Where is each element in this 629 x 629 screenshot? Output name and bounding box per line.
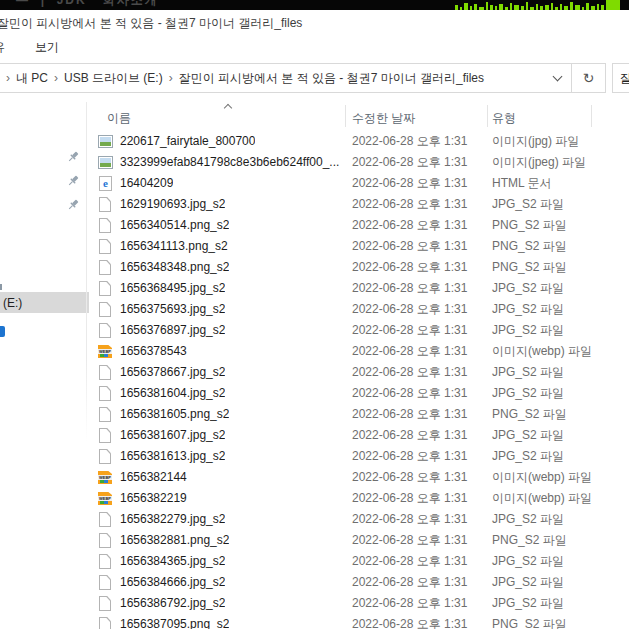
file-name: 1656387095.png_s2 [120, 614, 229, 629]
search-input[interactable]: 잘 [612, 63, 629, 93]
breadcrumb-item[interactable]: USB 드라이브 (E:) [64, 70, 163, 87]
breadcrumb-item[interactable]: 잘민이 피시방에서 본 적 있음 - 철권7 마이너 갤러리_files [179, 70, 484, 87]
clipped-background-text: — | JDK 회사소개 [16, 0, 159, 9]
file-rows: 220617_fairytale_8007002022-06-28 오후 1:3… [87, 131, 629, 629]
internet-explorer-icon: e [98, 176, 113, 191]
breadcrumb-item[interactable]: 내 PC [16, 70, 48, 87]
file-name: 1656368495.jpg_s2 [120, 278, 225, 299]
image-icon [98, 134, 113, 149]
table-row[interactable]: e164042092022-06-28 오후 1:31HTML 문서 [87, 173, 629, 194]
navigation-pane: (E:) [0, 98, 87, 629]
file-type: HTML 문서 [492, 173, 552, 194]
table-row[interactable]: 1656381607.jpg_s22022-06-28 오후 1:31JPG_S… [87, 425, 629, 446]
file-type: 이미지(jpeg) 파일 [492, 152, 586, 173]
file-list: 이름 수정한 날짜 유형 220617_fairytale_8007002022… [87, 98, 629, 629]
file-name: 1656386792.jpg_s2 [120, 593, 225, 614]
address-bar[interactable]: ›내 PC›USB 드라이브 (E:)›잘민이 피시방에서 본 적 있음 - 철… [0, 63, 606, 93]
table-row[interactable]: 1629190693.jpg_s22022-06-28 오후 1:31JPG_S… [87, 194, 629, 215]
file-date-modified: 2022-06-28 오후 1:31 [352, 383, 467, 404]
table-row[interactable]: 1656381604.jpg_s22022-06-28 오후 1:31JPG_S… [87, 383, 629, 404]
table-row[interactable]: 1656368495.jpg_s22022-06-28 오후 1:31JPG_S… [87, 278, 629, 299]
file-date-modified: 2022-06-28 오후 1:31 [352, 593, 467, 614]
column-header-date[interactable]: 수정한 날짜 [352, 110, 415, 127]
column-resize-handle[interactable] [591, 105, 592, 127]
table-row[interactable]: 1656382279.jpg_s22022-06-28 오후 1:31JPG_S… [87, 509, 629, 530]
table-row[interactable]: WEBP16563785432022-06-28 오후 1:31이미지(webp… [87, 341, 629, 362]
file-name: 1656384666.jpg_s2 [120, 572, 225, 593]
file-date-modified: 2022-06-28 오후 1:31 [352, 446, 467, 467]
file-date-modified: 2022-06-28 오후 1:31 [352, 194, 467, 215]
table-row[interactable]: WEBP16563822192022-06-28 오후 1:31이미지(webp… [87, 488, 629, 509]
file-name: 1656340514.png_s2 [120, 215, 229, 236]
clipped-tree-icon [0, 284, 2, 290]
table-row[interactable]: 1656341113.png_s22022-06-28 오후 1:31PNG_S… [87, 236, 629, 257]
tab-view[interactable]: 보기 [35, 39, 59, 56]
file-date-modified: 2022-06-28 오후 1:31 [352, 236, 467, 257]
table-row[interactable]: 1656376897.jpg_s22022-06-28 오후 1:31JPG_S… [87, 320, 629, 341]
file-name: 1656381604.jpg_s2 [120, 383, 225, 404]
file-type: JPG_S2 파일 [492, 551, 564, 572]
file-date-modified: 2022-06-28 오후 1:31 [352, 152, 467, 173]
file-name: 1656348348.png_s2 [120, 257, 229, 278]
file-name: 1656378543 [120, 341, 187, 362]
table-row[interactable]: 1656381613.jpg_s22022-06-28 오후 1:31JPG_S… [87, 446, 629, 467]
table-row[interactable]: 1656378667.jpg_s22022-06-28 오후 1:31JPG_S… [87, 362, 629, 383]
generic-file-icon [98, 617, 113, 629]
generic-file-icon [98, 533, 113, 548]
file-date-modified: 2022-06-28 오후 1:31 [352, 425, 467, 446]
table-row[interactable]: 1656381605.png_s22022-06-28 오후 1:31PNG_S… [87, 404, 629, 425]
table-row[interactable]: 1656382881.png_s22022-06-28 오후 1:31PNG_S… [87, 530, 629, 551]
column-header-name[interactable]: 이름 [107, 110, 131, 127]
file-type: JPG_S2 파일 [492, 572, 564, 593]
file-type: JPG_S2 파일 [492, 383, 564, 404]
column-resize-handle[interactable] [487, 105, 488, 127]
file-name: 1656382279.jpg_s2 [120, 509, 225, 530]
generic-file-icon [98, 323, 113, 338]
table-row[interactable]: 220617_fairytale_8007002022-06-28 오후 1:3… [87, 131, 629, 152]
file-date-modified: 2022-06-28 오후 1:31 [352, 404, 467, 425]
file-date-modified: 2022-06-28 오후 1:31 [352, 362, 467, 383]
table-row[interactable]: WEBP16563821442022-06-28 오후 1:31이미지(webp… [87, 467, 629, 488]
sidebar-item-drive-e[interactable]: (E:) [0, 292, 89, 313]
table-row[interactable]: 1656384666.jpg_s22022-06-28 오후 1:31JPG_S… [87, 572, 629, 593]
file-type: JPG_S2 파일 [492, 509, 564, 530]
table-row[interactable]: 1656340514.png_s22022-06-28 오후 1:31PNG_S… [87, 215, 629, 236]
window-title: 잘민이 피시방에서 본 적 있음 - 철권7 마이너 갤러리_files [0, 15, 302, 32]
file-name: 1656382219 [120, 488, 187, 509]
pin-icon [66, 198, 80, 212]
generic-file-icon [98, 239, 113, 254]
generic-file-icon [98, 197, 113, 212]
generic-file-icon [98, 302, 113, 317]
file-type: PNG_S2 파일 [492, 614, 567, 629]
file-type: JPG_S2 파일 [492, 278, 564, 299]
table-row[interactable]: 1656375693.jpg_s22022-06-28 오후 1:31JPG_S… [87, 299, 629, 320]
address-dropdown-button[interactable] [543, 64, 571, 92]
generic-file-icon [98, 554, 113, 569]
column-header-type[interactable]: 유형 [492, 110, 516, 127]
table-row[interactable]: 1656348348.png_s22022-06-28 오후 1:31PNG_S… [87, 257, 629, 278]
file-type: PNG_S2 파일 [492, 236, 567, 257]
breadcrumb-separator-icon: › [54, 71, 58, 85]
generic-file-icon [98, 260, 113, 275]
file-type: JPG_S2 파일 [492, 362, 564, 383]
navigation-toolbar: ›내 PC›USB 드라이브 (E:)›잘민이 피시방에서 본 적 있음 - 철… [0, 58, 629, 98]
table-row[interactable]: 1656387095.png_s22022-06-28 오후 1:31PNG_S… [87, 614, 629, 629]
sort-ascending-icon [225, 105, 232, 112]
webp-file-icon: WEBP [98, 344, 113, 359]
file-type: 이미지(webp) 파일 [492, 341, 592, 362]
table-row[interactable]: 3323999efab841798c8e3b6eb624ff00_...2022… [87, 152, 629, 173]
file-date-modified: 2022-06-28 오후 1:31 [352, 131, 467, 152]
table-row[interactable]: 1656384365.jpg_s22022-06-28 오후 1:31JPG_S… [87, 551, 629, 572]
clipped-green-text [455, 0, 629, 10]
tab-share-clipped: 유 [0, 39, 5, 55]
file-name: 1629190693.jpg_s2 [120, 194, 225, 215]
file-name: 1656382144 [120, 467, 187, 488]
file-date-modified: 2022-06-28 오후 1:31 [352, 215, 467, 236]
refresh-button[interactable]: ↻ [571, 64, 605, 92]
file-date-modified: 2022-06-28 오후 1:31 [352, 278, 467, 299]
file-date-modified: 2022-06-28 오후 1:31 [352, 572, 467, 593]
column-resize-handle[interactable] [345, 105, 346, 127]
breadcrumb-separator-icon: › [169, 71, 173, 85]
file-name: 1656378667.jpg_s2 [120, 362, 225, 383]
table-row[interactable]: 1656386792.jpg_s22022-06-28 오후 1:31JPG_S… [87, 593, 629, 614]
